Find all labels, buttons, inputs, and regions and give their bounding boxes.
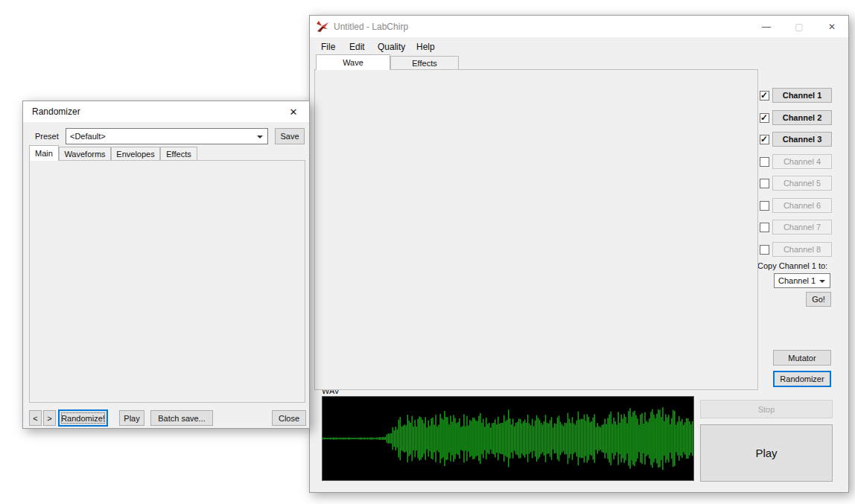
tab-effects[interactable]: Effects: [390, 56, 459, 70]
tab-effects[interactable]: Effects: [160, 147, 197, 161]
channel-2-checkbox[interactable]: [760, 113, 769, 123]
menu-quality[interactable]: Quality: [371, 39, 412, 54]
minimize-icon[interactable]: —: [750, 16, 783, 37]
randomizer-dialog: Randomizer ✕ Preset <Default> Save Main …: [22, 101, 310, 429]
maximize-icon[interactable]: ▢: [783, 16, 816, 37]
menu-file[interactable]: File: [314, 39, 342, 54]
channel-6-button[interactable]: Channel 6: [772, 198, 832, 213]
dialog-play-button[interactable]: Play: [119, 410, 144, 426]
preset-select[interactable]: <Default>: [66, 128, 268, 144]
desktop: Untitled - LabChirp — ▢ ✕ File Edit Qual…: [0, 0, 855, 504]
dialog-close-icon[interactable]: ✕: [278, 101, 309, 122]
close-icon[interactable]: ✕: [816, 16, 848, 37]
stop-button[interactable]: Stop: [700, 400, 833, 418]
channel-7-button[interactable]: Channel 7: [772, 220, 832, 235]
channel-1-checkbox[interactable]: [760, 91, 769, 101]
menu-help[interactable]: Help: [410, 39, 442, 54]
dialog-close-button[interactable]: Close: [272, 410, 306, 426]
labchirp-window: Untitled - LabChirp — ▢ ✕ File Edit Qual…: [309, 15, 849, 493]
channel-5-button[interactable]: Channel 5: [772, 176, 832, 191]
channel-7-checkbox[interactable]: [760, 223, 769, 232]
preset-label: Preset: [35, 132, 59, 141]
channel-3-button[interactable]: Channel 3: [772, 132, 832, 147]
channel-4-button[interactable]: Channel 4: [772, 154, 832, 169]
copy-target-select[interactable]: Channel 1: [774, 273, 830, 288]
randomizer-button[interactable]: Randomizer: [773, 371, 831, 387]
dialog-title: Randomizer: [32, 106, 80, 117]
preset-save-button[interactable]: Save: [275, 128, 305, 144]
randomize-button[interactable]: Randomize!: [58, 409, 108, 427]
window-title: Untitled - LabChirp: [334, 22, 408, 32]
channel-8-button[interactable]: Channel 8: [772, 242, 832, 257]
mutator-button[interactable]: Mutator: [773, 350, 831, 366]
preset-prev-button[interactable]: <: [29, 410, 42, 426]
batch-save-button[interactable]: Batch save...: [150, 410, 213, 426]
wav-display: [322, 396, 694, 481]
channel-1-button[interactable]: Channel 1: [772, 88, 832, 103]
wave-tabpage: [314, 69, 758, 390]
copy-channel-label: Copy Channel 1 to:: [757, 261, 827, 270]
go-button[interactable]: Go!: [806, 292, 831, 307]
tab-envelopes[interactable]: Envelopes: [111, 147, 160, 161]
dialog-titlebar[interactable]: Randomizer ✕: [23, 101, 309, 122]
main-tabpage: [29, 160, 305, 403]
channel-2-button[interactable]: Channel 2: [772, 110, 832, 125]
titlebar[interactable]: Untitled - LabChirp — ▢ ✕: [310, 16, 848, 37]
channel-6-checkbox[interactable]: [760, 201, 769, 211]
channel-8-checkbox[interactable]: [760, 245, 769, 255]
channel-3-checkbox[interactable]: [760, 135, 769, 144]
channel-4-checkbox[interactable]: [760, 157, 769, 167]
menu-edit[interactable]: Edit: [343, 39, 372, 54]
tab-wave[interactable]: Wave: [316, 54, 390, 70]
tab-waveforms[interactable]: Waveforms: [59, 147, 111, 161]
app-icon: [316, 20, 329, 34]
play-button[interactable]: Play: [700, 424, 833, 482]
preset-next-button[interactable]: >: [43, 410, 56, 426]
tab-main[interactable]: Main: [29, 145, 59, 161]
channel-5-checkbox[interactable]: [760, 179, 769, 188]
